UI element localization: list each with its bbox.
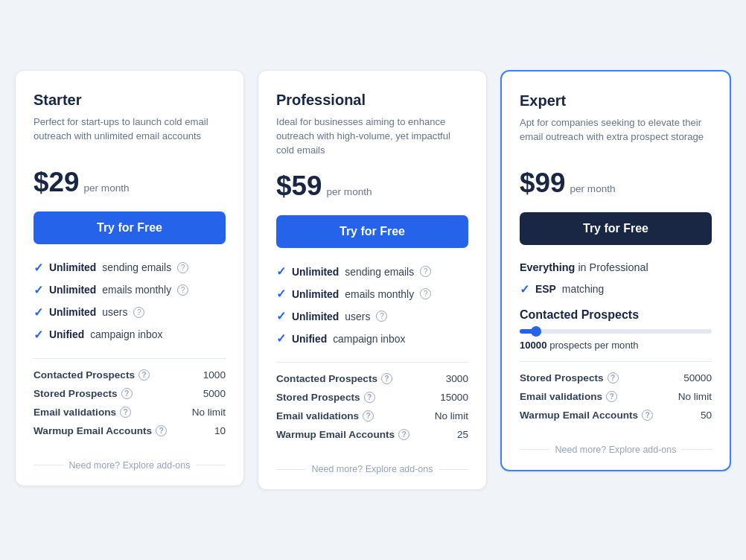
stat-label: Stored Prospects ? [34,388,133,399]
expert-price-amount: $99 [520,168,565,199]
professional-price: $59 per month [276,171,468,202]
info-icon[interactable]: ? [363,410,374,421]
expert-price: $99 per month [520,168,712,199]
info-icon[interactable]: ? [177,262,188,273]
check-icon: ✓ [276,309,286,323]
professional-features: ✓ Unlimited sending emails ? ✓ Unlimited… [276,264,468,346]
addons-line [34,465,63,465]
everything-text: Everything in Professional [520,261,712,273]
expert-price-period: per month [570,183,615,194]
addons-line [276,469,306,470]
feature-bold: Unified [292,333,327,345]
stat-label: Contacted Prospects ? [34,369,150,381]
stat-row: Warmup Email Accounts ? 50 [520,410,712,421]
professional-card: Professional Ideal for businesses aiming… [258,70,487,490]
check-icon: ✓ [34,283,43,297]
addons-link[interactable]: Need more? Explore add-ons [555,445,677,455]
feature-text: campaign inbox [90,328,162,340]
expert-plan-name: Expert [520,92,712,109]
stat-label: Warmup Email Accounts ? [520,410,653,421]
addons-section: Need more? Explore add-ons [34,450,226,471]
stat-label: Warmup Email Accounts ? [276,429,409,440]
feature-bold: Unlimited [292,311,339,322]
stat-row: Contacted Prospects ? 3000 [276,373,468,384]
check-icon: ✓ [520,282,529,296]
info-icon[interactable]: ? [156,425,167,436]
stat-row: Contacted Prospects ? 1000 [34,369,226,381]
feature-text: users [345,311,370,322]
feature-text: users [102,306,127,318]
stat-row: Stored Prospects ? 50000 [520,372,712,384]
stat-row: Email validations ? No limit [34,407,226,418]
stat-value: 25 [457,429,468,440]
addons-text: Need more? Explore add-ons [34,460,226,471]
info-icon[interactable]: ? [642,410,653,421]
feature-bold: Unlimited [49,284,96,296]
esp-row: ✓ ESP matching [520,282,712,296]
esp-suffix: matching [562,283,604,295]
list-item: ✓ Unlimited emails monthly ? [276,287,468,301]
list-item: ✓ Unified campaign inbox [34,328,226,342]
info-icon[interactable]: ? [420,288,431,299]
info-icon[interactable]: ? [133,307,144,318]
info-icon[interactable]: ? [177,284,188,296]
stat-value: No limit [192,407,226,418]
slider-thumb [531,326,541,337]
stat-label: Stored Prospects ? [520,372,619,384]
starter-price: $29 per month [34,167,226,198]
feature-bold: Unified [49,328,84,340]
stat-label: Email validations ? [276,410,374,421]
starter-features: ✓ Unlimited sending emails ? ✓ Unlimited… [34,261,226,342]
slider-track [520,329,712,334]
addons-link[interactable]: Need more? Explore add-ons [69,460,191,471]
feature-text: emails monthly [345,288,414,300]
info-icon[interactable]: ? [121,388,133,399]
list-item: ✓ Unified campaign inbox [276,331,468,346]
feature-bold: Unlimited [292,266,339,278]
expert-card: Expert Apt for companies seeking to elev… [500,70,731,471]
stat-label: Email validations ? [34,407,131,418]
info-icon[interactable]: ? [376,311,387,322]
stat-row: Warmup Email Accounts ? 25 [276,429,468,440]
expert-plan-desc: Apt for companies seeking to elevate the… [520,115,712,154]
addons-section: Need more? Explore add-ons [276,454,468,474]
info-icon[interactable]: ? [381,373,392,384]
addons-line [682,449,712,450]
stat-row: Stored Prospects ? 15000 [276,392,468,403]
stat-row: Email validations ? No limit [520,391,712,402]
stat-value: 15000 [440,392,468,403]
info-icon[interactable]: ? [420,266,431,277]
addons-line [520,449,549,450]
professional-plan-name: Professional [276,92,468,109]
list-item: ✓ Unlimited sending emails ? [276,264,468,279]
list-item: ✓ Unlimited users ? [34,305,226,319]
stat-value: No limit [678,391,712,402]
info-icon[interactable]: ? [608,372,619,384]
check-icon: ✓ [276,331,286,346]
addons-link[interactable]: Need more? Explore add-ons [312,464,433,474]
starter-try-btn[interactable]: Try for Free [34,211,226,244]
info-icon[interactable]: ? [138,369,150,381]
divider [34,358,226,359]
addons-text: Need more? Explore add-ons [276,464,468,474]
addons-text: Need more? Explore add-ons [520,445,712,455]
everything-suffix: in Professional [578,261,648,273]
info-icon[interactable]: ? [364,392,375,403]
stat-value: 50 [701,410,712,421]
slider-container[interactable] [520,329,712,334]
info-icon[interactable]: ? [398,429,409,440]
stat-value: 5000 [203,388,226,399]
info-icon[interactable]: ? [120,407,131,418]
stat-row: Warmup Email Accounts ? 10 [34,425,226,436]
check-icon: ✓ [276,287,286,301]
feature-text: emails monthly [102,284,171,296]
expert-try-btn[interactable]: Try for Free [520,212,712,245]
list-item: ✓ Unlimited emails monthly ? [34,283,226,297]
list-item: ✓ Unlimited sending emails ? [34,261,226,275]
pricing-container: Starter Perfect for start-ups to launch … [15,70,731,490]
professional-try-btn[interactable]: Try for Free [276,215,468,248]
starter-price-period: per month [83,182,129,194]
check-icon: ✓ [34,328,43,342]
info-icon[interactable]: ? [606,391,617,402]
esp-bold: ESP [535,283,556,295]
